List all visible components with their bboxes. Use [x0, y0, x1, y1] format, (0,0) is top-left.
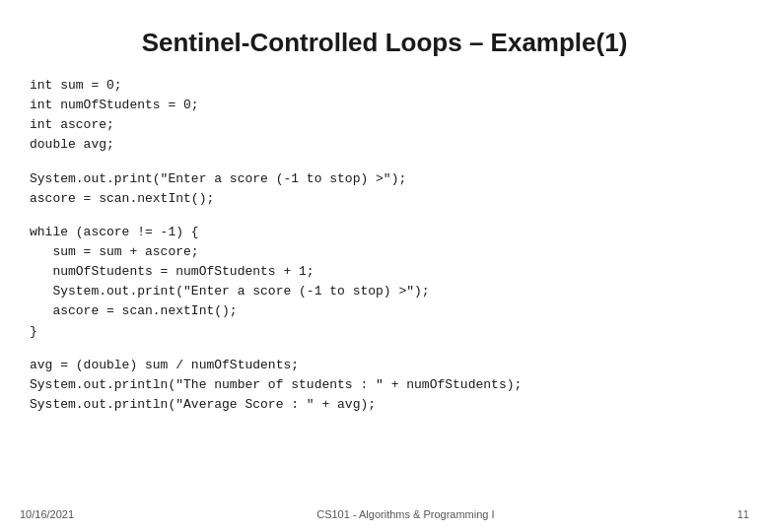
code-section-input: System.out.print("Enter a score (-1 to s… [30, 169, 739, 209]
footer-right: 11 [737, 508, 749, 520]
footer-left: 10/16/2021 [20, 508, 74, 520]
code-output: avg = (double) sum / numOfStudents; Syst… [30, 356, 739, 415]
footer: 10/16/2021 CS101 - Algorithms & Programm… [0, 508, 769, 520]
code-section-init: int sum = 0; int numOfStudents = 0; int … [30, 76, 739, 156]
code-while: while (ascore != -1) { sum = sum + ascor… [30, 223, 739, 342]
code-input: System.out.print("Enter a score (-1 to s… [30, 169, 739, 209]
code-section-while: while (ascore != -1) { sum = sum + ascor… [30, 223, 739, 342]
slide-title: Sentinel-Controlled Loops – Example(1) [30, 28, 739, 58]
footer-center: CS101 - Algorithms & Programming I [74, 508, 737, 520]
code-section-output: avg = (double) sum / numOfStudents; Syst… [30, 356, 739, 415]
slide-container: Sentinel-Controlled Loops – Example(1) i… [0, 0, 769, 532]
code-init: int sum = 0; int numOfStudents = 0; int … [30, 76, 739, 156]
